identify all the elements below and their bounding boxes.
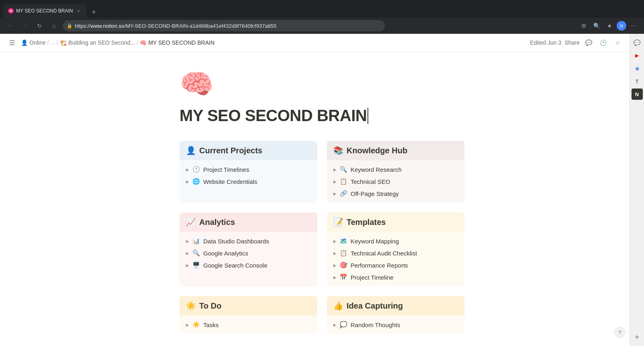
knowledge-hub-title: Knowledge Hub xyxy=(347,146,407,155)
sidebar-add-icon[interactable]: + xyxy=(632,332,643,343)
title-cursor xyxy=(367,108,368,124)
chrome-icon[interactable]: ◉ xyxy=(632,63,643,74)
breadcrumb-item-online[interactable]: 👤 Online xyxy=(21,39,45,46)
help-button[interactable]: ? xyxy=(614,327,625,338)
page-title[interactable]: MY SEO SECOND BRAIN xyxy=(180,107,464,125)
breadcrumb-online-label: Online xyxy=(29,39,45,46)
list-item[interactable]: ▶ 🖥️ Google Search Console xyxy=(180,259,317,271)
zoom-icon[interactable]: 🔍 xyxy=(591,20,602,31)
search-console-label: Google Search Console xyxy=(203,262,267,269)
list-item[interactable]: ▶ 🎯 Performance Reports xyxy=(327,259,464,271)
todo-header: ☀️ To Do xyxy=(180,296,317,315)
analytics-body: ▶ 📊 Data Studio Dashboards ▶ 🔍 Google An… xyxy=(180,232,317,274)
url-text: https://www.notion.so/MY-SEO-SECOND-BRAI… xyxy=(75,23,277,29)
current-projects-title: Current Projects xyxy=(199,146,262,155)
notion-content: 🧠 MY SEO SECOND BRAIN 👤 Current Projects xyxy=(0,52,644,346)
extensions-icon[interactable]: ⚙ xyxy=(578,20,589,31)
youtube-icon[interactable]: ▶ xyxy=(632,50,643,61)
arrow-icon: ▶ xyxy=(333,323,336,327)
browser-chrome: 🧠 MY SEO SECOND BRAIN × + xyxy=(0,0,644,18)
list-item[interactable]: ▶ ☀️ Tasks xyxy=(180,319,317,331)
arrow-icon: ▶ xyxy=(333,263,336,268)
breadcrumb-item-current[interactable]: 🧠 MY SEO SECOND BRAIN xyxy=(140,39,215,46)
idea-capturing-icon: 👍 xyxy=(333,301,343,311)
active-tab[interactable]: 🧠 MY SEO SECOND BRAIN × xyxy=(3,4,87,18)
list-item[interactable]: ▶ 🕐 Project Timelines xyxy=(180,163,317,175)
templates-title: Templates xyxy=(347,218,386,227)
technical-audit-icon: 📋 xyxy=(340,249,347,257)
arrow-icon: ▶ xyxy=(186,251,189,255)
page-icon[interactable]: 🧠 xyxy=(180,68,464,100)
notion-topbar: ☰ 👤 Online / ... / 🏗️ Building an SEO Se… xyxy=(0,34,644,52)
tasks-label: Tasks xyxy=(203,321,219,328)
google-analytics-icon: 🔍 xyxy=(192,249,200,257)
reload-button[interactable]: ↻ xyxy=(34,20,45,31)
analytics-card: 📈 Analytics ▶ 📊 Data Studio Dashboards ▶… xyxy=(180,212,317,286)
profile-avatar[interactable]: N xyxy=(617,21,626,31)
knowledge-hub-icon: 📚 xyxy=(333,146,343,155)
google-analytics-label: Google Analytics xyxy=(203,250,248,257)
forward-button[interactable]: → xyxy=(19,20,31,31)
whatsapp-icon[interactable]: 💬 xyxy=(632,37,643,48)
project-timeline-label: Project Timeline xyxy=(351,274,394,281)
credentials-icon: 🌐 xyxy=(192,178,200,185)
technical-seo-label: Technical SEO xyxy=(351,178,390,185)
star-icon[interactable]: ☆ xyxy=(612,37,623,48)
todo-card: ☀️ To Do ▶ ☀️ Tasks xyxy=(180,296,317,334)
arrow-icon: ▶ xyxy=(186,263,189,268)
list-item[interactable]: ▶ 🌐 Website Credentials xyxy=(180,175,317,187)
timelines-icon: 🕐 xyxy=(192,166,200,173)
home-button[interactable]: ⌂ xyxy=(48,20,60,31)
new-tab-button[interactable]: + xyxy=(88,6,99,18)
breadcrumb-sep-1: / ... / xyxy=(47,39,58,46)
arrow-icon: ▶ xyxy=(333,167,336,172)
arrow-icon: ▶ xyxy=(186,323,189,327)
random-thoughts-icon: 💭 xyxy=(340,321,347,328)
list-item[interactable]: ▶ 🔗 Off-Page Strategy xyxy=(327,187,464,200)
building-icon: 🏗️ xyxy=(60,39,67,46)
keyword-research-icon: 🔍 xyxy=(340,166,347,173)
back-button[interactable]: ← xyxy=(5,20,16,31)
list-item[interactable]: ▶ 🗺️ Keyword Mapping xyxy=(327,235,464,247)
breadcrumb-item-building[interactable]: 🏗️ Building an SEO Second... xyxy=(60,39,135,46)
list-item[interactable]: ▶ 💭 Random Thoughts xyxy=(327,319,464,331)
idea-capturing-title: Idea Capturing xyxy=(347,301,403,311)
list-item[interactable]: ▶ 🔍 Keyword Research xyxy=(327,163,464,175)
knowledge-hub-card: 📚 Knowledge Hub ▶ 🔍 Keyword Research ▶ 📋 xyxy=(327,141,464,203)
notion-app: ☰ 👤 Online / ... / 🏗️ Building an SEO Se… xyxy=(0,34,644,346)
list-item[interactable]: ▶ 📋 Technical SEO xyxy=(327,175,464,187)
keyword-mapping-icon: 🗺️ xyxy=(340,237,347,245)
more-tools-icon[interactable]: ⋯ xyxy=(628,20,639,31)
breadcrumb: 👤 Online / ... / 🏗️ Building an SEO Seco… xyxy=(21,39,527,46)
list-item[interactable]: ▶ 📅 Project Timeline xyxy=(327,271,464,283)
tab-bar: 🧠 MY SEO SECOND BRAIN × + xyxy=(3,0,99,18)
tab-title: MY SEO SECOND BRAIN xyxy=(16,8,73,14)
teams-icon[interactable]: T xyxy=(632,76,643,87)
bookmark-icon[interactable]: ★ xyxy=(604,20,615,31)
credentials-label: Website Credentials xyxy=(203,178,257,185)
performance-reports-icon: 🎯 xyxy=(340,262,347,269)
current-projects-header: 👤 Current Projects xyxy=(180,141,317,160)
technical-seo-icon: 📋 xyxy=(340,178,347,185)
arrow-icon: ▶ xyxy=(333,192,336,196)
timelines-label: Project Timelines xyxy=(203,166,249,173)
search-console-icon: 🖥️ xyxy=(192,262,200,269)
list-item[interactable]: ▶ 📊 Data Studio Dashboards xyxy=(180,235,317,247)
knowledge-hub-body: ▶ 🔍 Keyword Research ▶ 📋 Technical SEO ▶… xyxy=(327,160,464,203)
idea-capturing-header: 👍 Idea Capturing xyxy=(327,296,464,315)
notion-sidebar-icon[interactable]: N xyxy=(632,89,643,100)
share-button[interactable]: Share xyxy=(565,39,580,46)
arrow-icon: ▶ xyxy=(333,179,336,184)
list-item[interactable]: ▶ 🔍 Google Analytics xyxy=(180,247,317,259)
sidebar-toggle-icon[interactable]: ☰ xyxy=(6,37,18,48)
address-bar[interactable]: 🔒 https://www.notion.so/MY-SEO-SECOND-BR… xyxy=(63,20,385,31)
templates-card: 📝 Templates ▶ 🗺️ Keyword Mapping ▶ 📋 Tec xyxy=(327,212,464,286)
history-icon[interactable]: 🕐 xyxy=(597,37,609,48)
page-container: 🧠 MY SEO SECOND BRAIN 👤 Current Projects xyxy=(141,68,503,334)
knowledge-hub-header: 📚 Knowledge Hub xyxy=(327,141,464,160)
list-item[interactable]: ▶ 📋 Technical Audit Checklist xyxy=(327,247,464,259)
templates-icon: 📝 xyxy=(333,217,343,227)
analytics-title: Analytics xyxy=(199,218,235,227)
tab-close-button[interactable]: × xyxy=(75,8,82,14)
comment-icon[interactable]: 💬 xyxy=(583,37,594,48)
